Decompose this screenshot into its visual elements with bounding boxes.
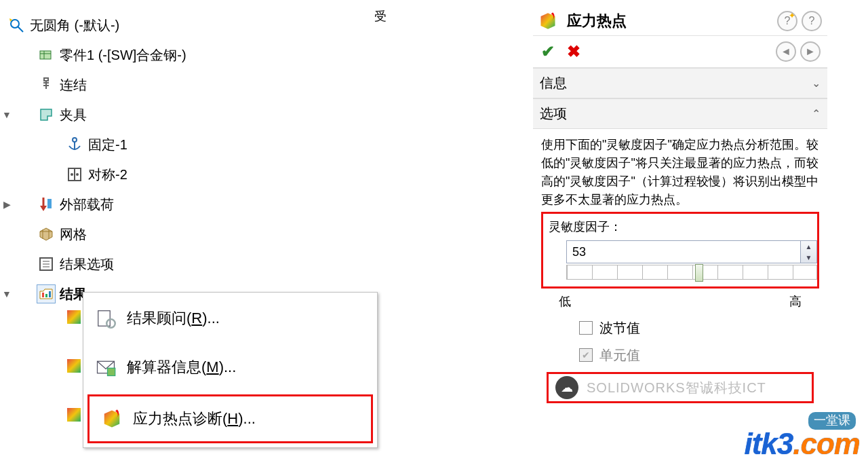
pm-confirm-row: ✔ ✖ ◄ ► [533,36,827,68]
anchor-icon [65,135,84,154]
tree-loads-label: 外部载荷 [60,196,114,214]
section-info: 信息 ⌄ [533,68,827,98]
svg-rect-26 [45,294,47,297]
watermark-group: ☁ SOLIDWORKS智诚科技ICT [547,372,814,403]
logo-main: itk3 [744,427,793,460]
study-icon [7,16,26,35]
checkbox-icon[interactable] [579,321,593,335]
caret-results[interactable]: ▼ [0,289,14,299]
section-info-header[interactable]: 信息 ⌄ [533,68,827,98]
results-folder-icon [37,284,56,303]
section-options-header[interactable]: 选项 ⌃ [533,98,827,129]
result-options-icon [37,255,56,274]
tree-connections-label: 连结 [60,76,87,94]
svg-point-14 [76,173,79,176]
stress-hotspot-icon [538,12,557,31]
cancel-icon[interactable]: ✖ [567,42,580,61]
spin-buttons[interactable]: ▲ ▼ [801,240,817,263]
next-icon[interactable]: ► [800,41,821,62]
caret-loads[interactable]: ▶ [0,199,14,210]
help-icon[interactable]: ? [802,11,822,31]
menu-results-advisor[interactable]: 结果顾问(R)... [83,294,377,343]
menu-label: 应力热点诊断(H)... [133,409,256,429]
result-plot-icon [64,356,84,376]
svg-point-9 [73,138,77,142]
logo-suffix: .com [793,427,860,460]
sensitivity-slider[interactable] [566,265,817,280]
stress-hotspot-icon [100,407,123,430]
tree-fixture-fixed-label: 固定-1 [88,136,127,154]
slider-range-labels: 低 高 [559,293,802,311]
elemental-label: 单元值 [599,345,640,365]
part-icon [37,45,56,64]
elemental-checkbox-row[interactable]: ✔ 单元值 [579,345,819,365]
chevron-down-icon: ⌄ [812,77,821,90]
tree-loads[interactable]: ▶ 外部载荷 [0,189,380,219]
menu-solver-messages[interactable]: 解算器信息(M)... [83,343,377,392]
result-plot-icon [64,405,84,425]
menu-label: 解算器信息(M)... [127,357,236,377]
svg-rect-28 [98,311,111,327]
prev-icon[interactable]: ◄ [776,41,796,62]
help-new-icon[interactable]: ?✦ [777,11,797,31]
tree-result-options-label: 结果选项 [60,255,114,274]
tree-fixture-sym-label: 对称-2 [88,166,127,184]
sensitivity-spinbox[interactable]: ▲ ▼ [566,240,817,263]
sensitivity-input[interactable] [566,240,801,263]
solver-messages-icon [94,356,117,379]
menu-stress-hotspot[interactable]: 应力热点诊断(H)... [87,394,373,443]
result-plot-icon [64,307,84,327]
property-manager: 应力热点 ?✦ ? ✔ ✖ ◄ ► 信息 ⌄ 选项 ⌃ 使用下面的"灵敏度因子"… [533,7,827,410]
tree-root[interactable]: 无圆角 (-默认-) [0,10,380,40]
sensitivity-label: 灵敏度因子： [549,218,812,236]
tree-connections[interactable]: 连结 [0,70,380,100]
simulation-tree: 无圆角 (-默认-) 零件1 (-[SW]合金钢-) 连结 ▼ 夹具 固定-1 [0,0,380,309]
low-label: 低 [559,293,571,311]
ok-icon[interactable]: ✔ [541,42,555,61]
tree-fixture-fixed[interactable]: 固定-1 [0,130,380,160]
tree-mesh-label: 网格 [60,225,87,244]
connections-icon [37,75,56,94]
wechat-icon: ☁ [555,376,578,399]
tree-fixture-sym[interactable]: 对称-2 [0,160,380,189]
svg-rect-31 [108,368,115,375]
svg-rect-25 [42,293,44,297]
checkbox-checked-disabled-icon: ✔ [579,348,593,362]
svg-point-13 [71,173,73,176]
svg-rect-17 [47,199,52,208]
sensitivity-group: 灵敏度因子： ▲ ▼ [541,212,819,289]
svg-rect-2 [40,51,51,59]
fixtures-icon [37,105,56,124]
loads-icon [37,195,56,214]
section-title: 选项 [540,105,812,123]
pm-title: 应力热点 [567,11,773,31]
results-context-menu: 结果顾问(R)... 解算器信息(M)... 应力热点诊断(H)... [83,292,378,448]
tree-mesh[interactable]: 网格 [0,219,380,249]
tree-part-label: 零件1 (-[SW]合金钢-) [60,46,186,64]
advisor-icon [94,307,117,330]
menu-label: 结果顾问(R)... [127,308,220,329]
svg-marker-16 [40,206,47,211]
symmetry-icon [65,165,84,184]
nodal-checkbox-row[interactable]: 波节值 [579,318,819,338]
high-label: 高 [789,293,802,311]
pm-header: 应力热点 ?✦ ? [533,7,827,36]
svg-line-1 [18,26,23,32]
section-title: 信息 [540,74,812,92]
spin-down-icon[interactable]: ▼ [801,252,816,263]
section-options: 选项 ⌃ 使用下面的"灵敏度因子"确定应力热点分析范围。较低的"灵敏度因子"将只… [533,98,827,410]
tree-result-options[interactable]: 结果选项 [0,249,380,279]
tree-root-label: 无圆角 (-默认-) [30,16,119,35]
tree-part[interactable]: 零件1 (-[SW]合金钢-) [0,40,380,70]
nodal-label: 波节值 [599,318,640,338]
spin-up-icon[interactable]: ▲ [801,241,816,252]
tree-fixtures-label: 夹具 [60,106,87,124]
watermark-text: SOLIDWORKS智诚科技ICT [587,377,805,398]
slider-thumb[interactable] [695,264,703,282]
mesh-icon [37,225,56,244]
caret-fixtures[interactable]: ▼ [0,109,14,120]
stray-text: 受 [374,8,387,24]
svg-rect-5 [44,78,48,81]
svg-rect-27 [49,291,51,297]
tree-fixtures[interactable]: ▼ 夹具 [0,100,380,130]
